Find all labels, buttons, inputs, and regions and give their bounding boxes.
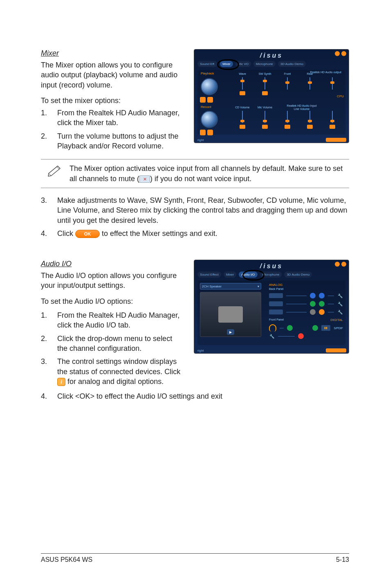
mute-toggle-icon <box>240 125 245 129</box>
step-text: From the Realtek HD Audio Manager, click… <box>57 310 180 330</box>
panel-ok-bar <box>326 138 346 142</box>
record-scroll-left-icon <box>200 130 206 135</box>
jack-row: 🔧 <box>269 301 343 307</box>
mixer-note: The Mixer option activates voice input f… <box>41 159 349 188</box>
audio-io-tab-highlight-ring <box>242 270 264 281</box>
analog-label: ANALOG <box>269 283 343 287</box>
footer-left: ASUS P5K64 WS <box>41 556 92 563</box>
mute-icon: ✕ <box>139 175 150 183</box>
record-scroll-right-icon <box>207 130 213 135</box>
record-volume-knob <box>201 111 218 128</box>
channel-dropdown: 2CH Speaker▾ <box>200 283 261 290</box>
step-number: 3. <box>41 195 57 225</box>
brand-logo: /isus <box>260 52 283 59</box>
mute-toggle-icon <box>262 125 268 129</box>
mute-toggle-icon <box>307 125 313 129</box>
jack-row: 🔧 <box>269 293 343 298</box>
mixer-steps-3-4: 3.Make adjustments to Wave, SW Synth, Fr… <box>41 195 349 238</box>
brand-logo: /isus <box>260 263 283 270</box>
step4-b: to effect the Mixer settings and exit. <box>100 229 217 238</box>
digital-label: DIGITAL <box>330 318 343 322</box>
back-panel-label: Back Panel <box>269 287 343 290</box>
jack-row: 🔧 <box>269 309 343 315</box>
mixer-tab-highlight-ring <box>217 59 239 70</box>
audio-io-step-4: 4.Click <OK> to effect the Audio I/O set… <box>41 391 349 401</box>
step-text: Make adjustments to Wave, SW Synth, Fron… <box>57 195 349 225</box>
step-number: 2. <box>41 131 57 151</box>
window-corner-buttons <box>335 51 346 56</box>
footer-right: 5-13 <box>336 556 349 563</box>
jack-dot-icon <box>310 301 316 307</box>
ok-button-icon: OK <box>75 230 100 238</box>
jack-dot-icon <box>298 333 304 339</box>
mute-toggle-icon <box>262 91 268 95</box>
note-pencil-icon <box>41 164 69 177</box>
tab-sound-effect: Sound Eff. <box>197 61 217 67</box>
window-corner-buttons <box>335 262 346 267</box>
tab-sound-effect: Sound Effect <box>197 272 221 278</box>
step-number: 4. <box>41 229 57 238</box>
io-right-column: ANALOG Back Panel 🔧 🔧 🔧 Front PanelDIGIT… <box>269 283 343 343</box>
tab-3d-audio: 3D Audio Demo <box>278 61 306 67</box>
playback-volume-knob <box>201 78 218 95</box>
step-text: The control settings window displays the… <box>57 357 186 386</box>
jack-dot-icon <box>319 309 325 315</box>
tab-mixer: Mixer <box>224 272 237 278</box>
speaker-play-icon: ▶ <box>227 329 234 335</box>
front-panel-label: Front Panel <box>269 318 284 323</box>
step-number: 3. <box>41 357 57 386</box>
mixer-panel-screenshot: /isus Sound Eff. Mixer Mic VO Microphone… <box>194 49 349 143</box>
digital-row: 🔧 <box>269 333 343 339</box>
step-number: 1. <box>41 108 57 128</box>
step3-b: for analog and digital options. <box>65 377 164 386</box>
col-mic: Mic Volume <box>257 106 273 109</box>
jack-slot-icon <box>269 293 283 298</box>
dropdown-value: 2CH Speaker <box>202 285 222 288</box>
jack-dot-icon <box>312 325 318 331</box>
wrench-icon: 🔧 <box>269 333 275 339</box>
spdif-label: S/PDIF <box>334 327 343 330</box>
tab-microphone: Microphone <box>253 61 276 67</box>
wrench-icon: 🔧 <box>337 293 343 298</box>
step-text: Click the drop-down menu to select the c… <box>57 334 180 354</box>
col-cd: CD Volume <box>234 106 251 109</box>
minimize-icon <box>335 262 340 267</box>
jack-dot-icon <box>319 301 325 307</box>
mute-toggle-icon <box>240 91 245 95</box>
col-rear: Rear <box>302 72 318 75</box>
record-device-header-b: Line Volume <box>283 108 320 110</box>
col-front: Front <box>279 72 296 75</box>
step-text: Turn the volume buttons to adjust the Pl… <box>57 131 180 151</box>
audio-io-section: /isus Sound Effect Mixer Audio I/O Micro… <box>41 260 349 401</box>
audio-io-intro: The Audio I/O option allows you configur… <box>41 271 196 291</box>
step-number: 4. <box>41 391 57 401</box>
cpu-badge: CPU <box>337 94 344 98</box>
playback-scroll-right-icon <box>207 97 213 103</box>
playback-scroll-left-icon <box>200 97 206 103</box>
mixer-section: /isus Sound Eff. Mixer Mic VO Microphone… <box>41 49 349 238</box>
panel-ok-bar <box>326 348 346 352</box>
info-icon: i <box>57 378 65 386</box>
playback-label: Playback <box>201 72 214 75</box>
panel-footer-label: right <box>197 138 204 142</box>
note-text-b: ) if you do not want voice input. <box>150 175 251 183</box>
panel-tabs: Sound Effect Mixer Audio I/O Microphone … <box>197 272 345 278</box>
step-text: Click OK to effect the Mixer settings an… <box>57 229 349 238</box>
jack-dot-icon <box>319 293 325 298</box>
jack-slot-icon <box>269 301 283 306</box>
speaker-preview: ▶ <box>200 292 261 337</box>
digital-row: ▮▮S/PDIF <box>269 324 343 332</box>
note-text: The Mixer option activates voice input f… <box>69 164 349 184</box>
step3-a: The control settings window displays the… <box>57 357 180 375</box>
close-icon <box>341 262 346 267</box>
jack-dot-icon <box>310 293 316 298</box>
step-text: Click <OK> to effect the Audio I/O setti… <box>57 391 349 401</box>
jack-dot-icon <box>310 309 316 315</box>
wrench-icon: 🔧 <box>337 309 343 315</box>
minimize-icon <box>335 51 340 56</box>
mixer-content: Playback Realtek HD Audio output CPU Wav… <box>197 70 345 135</box>
audio-io-to-set: To set the Audio I/O options: <box>41 296 196 306</box>
jack-dot-icon <box>287 325 293 331</box>
record-label: Record <box>201 105 211 109</box>
spdif-chip-icon: ▮▮ <box>321 325 330 331</box>
